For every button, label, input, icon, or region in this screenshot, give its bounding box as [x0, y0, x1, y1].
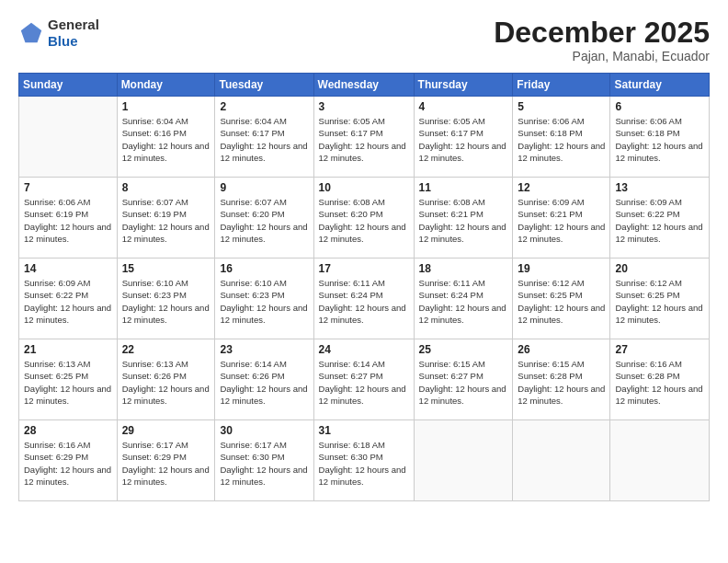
- day-number: 10: [319, 181, 409, 194]
- day-cell: 15Sunrise: 6:10 AMSunset: 6:23 PMDayligh…: [117, 259, 215, 339]
- day-number: 11: [419, 181, 508, 194]
- day-number: 9: [220, 181, 308, 194]
- logo: General Blue: [18, 17, 99, 50]
- day-info: Sunrise: 6:06 AMSunset: 6:18 PMDaylight:…: [615, 116, 702, 163]
- day-info: Sunrise: 6:07 AMSunset: 6:19 PMDaylight:…: [122, 197, 210, 244]
- day-info: Sunrise: 6:17 AMSunset: 6:30 PMDaylight:…: [220, 440, 307, 487]
- day-cell: 9Sunrise: 6:07 AMSunset: 6:20 PMDaylight…: [215, 178, 313, 259]
- page: General Blue December 2025 Pajan, Manabi…: [0, 0, 728, 563]
- day-info: Sunrise: 6:13 AMSunset: 6:25 PMDaylight:…: [24, 359, 111, 406]
- day-info: Sunrise: 6:12 AMSunset: 6:25 PMDaylight:…: [615, 278, 702, 325]
- day-number: 19: [518, 262, 605, 275]
- day-number: 15: [122, 262, 210, 275]
- day-cell: 19Sunrise: 6:12 AMSunset: 6:25 PMDayligh…: [513, 259, 610, 339]
- day-cell: 5Sunrise: 6:06 AMSunset: 6:18 PMDaylight…: [513, 97, 610, 178]
- day-cell: 31Sunrise: 6:18 AMSunset: 6:30 PMDayligh…: [313, 420, 414, 501]
- day-cell: 20Sunrise: 6:12 AMSunset: 6:25 PMDayligh…: [610, 259, 710, 339]
- day-info: Sunrise: 6:08 AMSunset: 6:21 PMDaylight:…: [419, 197, 506, 244]
- day-info: Sunrise: 6:13 AMSunset: 6:26 PMDaylight:…: [122, 359, 210, 406]
- month-title: December 2025: [494, 17, 710, 49]
- day-cell: 27Sunrise: 6:16 AMSunset: 6:28 PMDayligh…: [610, 339, 710, 420]
- day-info: Sunrise: 6:04 AMSunset: 6:17 PMDaylight:…: [220, 116, 307, 163]
- day-number: 27: [615, 343, 704, 356]
- day-cell: 2Sunrise: 6:04 AMSunset: 6:17 PMDaylight…: [215, 97, 313, 178]
- col-friday: Friday: [513, 74, 610, 97]
- day-info: Sunrise: 6:10 AMSunset: 6:23 PMDaylight:…: [220, 278, 307, 325]
- day-cell: [19, 97, 118, 178]
- day-number: 2: [220, 100, 308, 113]
- day-info: Sunrise: 6:05 AMSunset: 6:17 PMDaylight:…: [319, 116, 406, 163]
- day-info: Sunrise: 6:11 AMSunset: 6:24 PMDaylight:…: [419, 278, 506, 325]
- day-number: 25: [419, 343, 508, 356]
- subtitle: Pajan, Manabi, Ecuador: [494, 49, 710, 63]
- header-row: Sunday Monday Tuesday Wednesday Thursday…: [19, 74, 710, 97]
- col-sunday: Sunday: [19, 74, 118, 97]
- day-cell: 6Sunrise: 6:06 AMSunset: 6:18 PMDaylight…: [610, 97, 710, 178]
- day-cell: 8Sunrise: 6:07 AMSunset: 6:19 PMDaylight…: [117, 178, 215, 259]
- day-cell: 4Sunrise: 6:05 AMSunset: 6:17 PMDaylight…: [414, 97, 513, 178]
- day-number: 30: [220, 424, 308, 437]
- day-number: 29: [122, 424, 210, 437]
- logo-icon: [18, 20, 44, 46]
- day-number: 13: [615, 181, 704, 194]
- day-info: Sunrise: 6:12 AMSunset: 6:25 PMDaylight:…: [518, 278, 605, 325]
- day-number: 17: [319, 262, 409, 275]
- day-number: 23: [220, 343, 308, 356]
- day-cell: 26Sunrise: 6:15 AMSunset: 6:28 PMDayligh…: [513, 339, 610, 420]
- calendar-body: 1Sunrise: 6:04 AMSunset: 6:16 PMDaylight…: [19, 97, 710, 501]
- calendar-header: Sunday Monday Tuesday Wednesday Thursday…: [19, 74, 710, 97]
- title-area: December 2025 Pajan, Manabi, Ecuador: [494, 17, 710, 63]
- day-cell: [414, 420, 513, 501]
- day-cell: 21Sunrise: 6:13 AMSunset: 6:25 PMDayligh…: [19, 339, 118, 420]
- logo-general: General: [48, 17, 99, 33]
- day-number: 14: [24, 262, 112, 275]
- day-info: Sunrise: 6:09 AMSunset: 6:21 PMDaylight:…: [518, 197, 605, 244]
- day-info: Sunrise: 6:16 AMSunset: 6:29 PMDaylight:…: [24, 440, 111, 487]
- day-cell: [610, 420, 710, 501]
- day-number: 16: [220, 262, 308, 275]
- day-number: 12: [518, 181, 605, 194]
- day-info: Sunrise: 6:05 AMSunset: 6:17 PMDaylight:…: [419, 116, 506, 163]
- day-cell: 30Sunrise: 6:17 AMSunset: 6:30 PMDayligh…: [215, 420, 313, 501]
- day-cell: 22Sunrise: 6:13 AMSunset: 6:26 PMDayligh…: [117, 339, 215, 420]
- day-info: Sunrise: 6:17 AMSunset: 6:29 PMDaylight:…: [122, 440, 210, 487]
- week-row-2: 14Sunrise: 6:09 AMSunset: 6:22 PMDayligh…: [19, 259, 710, 339]
- header: General Blue December 2025 Pajan, Manabi…: [18, 17, 710, 63]
- day-cell: 3Sunrise: 6:05 AMSunset: 6:17 PMDaylight…: [313, 97, 414, 178]
- day-number: 26: [518, 343, 605, 356]
- week-row-1: 7Sunrise: 6:06 AMSunset: 6:19 PMDaylight…: [19, 178, 710, 259]
- day-cell: 18Sunrise: 6:11 AMSunset: 6:24 PMDayligh…: [414, 259, 513, 339]
- day-info: Sunrise: 6:04 AMSunset: 6:16 PMDaylight:…: [122, 116, 210, 163]
- day-number: 21: [24, 343, 112, 356]
- day-number: 8: [122, 181, 210, 194]
- day-number: 22: [122, 343, 210, 356]
- day-info: Sunrise: 6:14 AMSunset: 6:26 PMDaylight:…: [220, 359, 307, 406]
- day-number: 18: [419, 262, 508, 275]
- day-cell: 12Sunrise: 6:09 AMSunset: 6:21 PMDayligh…: [513, 178, 610, 259]
- day-number: 5: [518, 100, 605, 113]
- week-row-3: 21Sunrise: 6:13 AMSunset: 6:25 PMDayligh…: [19, 339, 710, 420]
- day-cell: 13Sunrise: 6:09 AMSunset: 6:22 PMDayligh…: [610, 178, 710, 259]
- day-cell: 23Sunrise: 6:14 AMSunset: 6:26 PMDayligh…: [215, 339, 313, 420]
- day-number: 6: [615, 100, 704, 113]
- day-number: 4: [419, 100, 508, 113]
- day-info: Sunrise: 6:15 AMSunset: 6:27 PMDaylight:…: [419, 359, 506, 406]
- logo-blue: Blue: [48, 33, 99, 50]
- day-info: Sunrise: 6:06 AMSunset: 6:18 PMDaylight:…: [518, 116, 605, 163]
- day-number: 1: [122, 100, 210, 113]
- day-number: 20: [615, 262, 704, 275]
- day-info: Sunrise: 6:10 AMSunset: 6:23 PMDaylight:…: [122, 278, 210, 325]
- day-cell: 25Sunrise: 6:15 AMSunset: 6:27 PMDayligh…: [414, 339, 513, 420]
- day-cell: [513, 420, 610, 501]
- day-info: Sunrise: 6:14 AMSunset: 6:27 PMDaylight:…: [319, 359, 406, 406]
- calendar-table: Sunday Monday Tuesday Wednesday Thursday…: [18, 73, 710, 501]
- day-info: Sunrise: 6:06 AMSunset: 6:19 PMDaylight:…: [24, 197, 111, 244]
- day-cell: 28Sunrise: 6:16 AMSunset: 6:29 PMDayligh…: [19, 420, 118, 501]
- day-number: 7: [24, 181, 112, 194]
- day-cell: 16Sunrise: 6:10 AMSunset: 6:23 PMDayligh…: [215, 259, 313, 339]
- svg-marker-0: [21, 23, 41, 42]
- day-number: 3: [319, 100, 409, 113]
- col-wednesday: Wednesday: [313, 74, 414, 97]
- logo-text: General Blue: [48, 17, 99, 50]
- day-number: 24: [319, 343, 409, 356]
